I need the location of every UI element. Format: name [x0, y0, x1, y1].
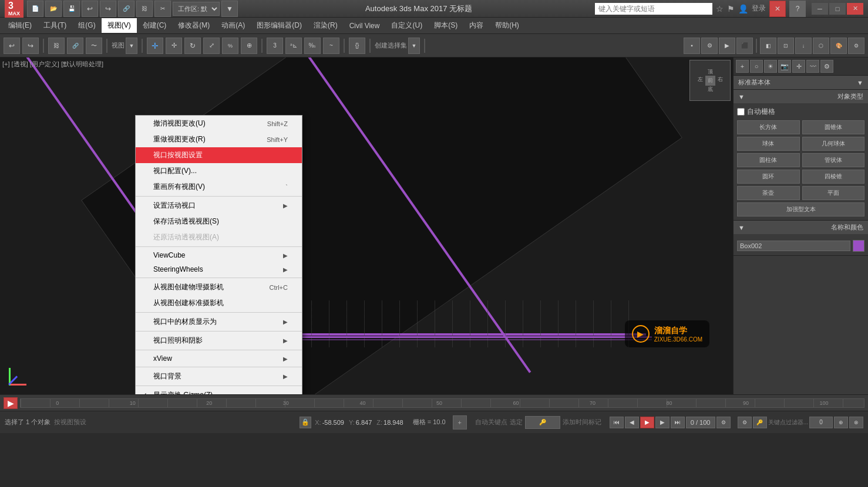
menu-animation[interactable]: 动画(A): [216, 18, 251, 33]
unlink-toolbar-btn[interactable]: 🔗: [67, 38, 83, 54]
obj-cone[interactable]: 圆锥体: [802, 120, 865, 134]
next-frame-btn[interactable]: ▶: [655, 417, 669, 428]
menu-content[interactable]: 内容: [463, 18, 489, 33]
scale2-btn[interactable]: %: [222, 38, 238, 54]
rp-sys-btn[interactable]: ⚙: [820, 60, 833, 73]
info-x-btn[interactable]: ✕: [769, 1, 786, 17]
menu-tools[interactable]: 工具(T): [38, 18, 72, 33]
menu-modifier[interactable]: 修改器(M): [172, 18, 216, 33]
add-key-btn[interactable]: +: [453, 415, 467, 429]
vp-dropdown-btn[interactable]: ▼: [126, 38, 137, 54]
snap2-btn[interactable]: ᵃ⊾: [285, 38, 302, 54]
menu-view[interactable]: 视图(V): [102, 18, 137, 33]
key-filter-label[interactable]: 关键点过滤器...: [768, 418, 808, 427]
search-input[interactable]: [595, 3, 712, 15]
extra5-btn[interactable]: 🎨: [830, 38, 847, 54]
cm-undo-view[interactable]: 撤消视图更改(U) Shift+Z: [136, 116, 302, 131]
cm-mat-display[interactable]: 视口中的材质显示为 ▶: [136, 314, 302, 330]
undo-btn[interactable]: ↩: [82, 1, 98, 17]
select-btn[interactable]: ✛: [147, 38, 163, 54]
cm-set-active[interactable]: 设置活动视口 ▶: [136, 198, 302, 214]
rp-type-header[interactable]: ▼ 对象类型: [734, 90, 868, 103]
rp-helper-btn[interactable]: ✛: [792, 60, 805, 73]
rp-camera-btn[interactable]: 📷: [778, 60, 791, 73]
cm-lighting[interactable]: 视口照明和阴影 ▶: [136, 333, 302, 349]
workspace-settings-btn[interactable]: ▼: [221, 1, 238, 17]
minimize-btn[interactable]: ─: [812, 3, 828, 15]
extra2-btn[interactable]: ⊡: [778, 38, 794, 54]
set-key-btn[interactable]: 🔑: [525, 416, 560, 429]
cm-xview[interactable]: xView ▶: [136, 351, 302, 366]
cm-create-std-cam[interactable]: 从视图创建标准摄影机: [136, 295, 302, 311]
go-end-btn[interactable]: ⏭: [671, 417, 685, 428]
close-btn[interactable]: ✕: [847, 3, 863, 15]
flag-icon[interactable]: ⚑: [727, 4, 735, 13]
rp-base-header[interactable]: 标准基本体 ▼: [734, 76, 868, 89]
obj-enhanced-text[interactable]: 加强型文本: [737, 202, 864, 217]
unlink-btn[interactable]: ⛓: [136, 1, 153, 17]
extra1-btn[interactable]: ◧: [760, 38, 776, 54]
render-active-btn[interactable]: ⬛: [736, 38, 753, 54]
viewcube[interactable]: 顶 左前右 底: [689, 60, 731, 101]
rp-shape-btn[interactable]: ○: [750, 60, 763, 73]
menu-customize[interactable]: 自定义(U): [385, 18, 428, 33]
object-name-input[interactable]: [737, 241, 850, 251]
play-btn[interactable]: ▶: [640, 417, 654, 428]
star-icon[interactable]: ☆: [716, 4, 724, 13]
cm-viewport-cfg2[interactable]: 视口配置(V)...: [136, 163, 302, 179]
auto-grid-checkbox[interactable]: [737, 108, 745, 116]
menu-civil-view[interactable]: Civil View: [344, 19, 386, 32]
scale3-btn[interactable]: ⊕: [241, 38, 257, 54]
rp-light-btn[interactable]: ☀: [764, 60, 777, 73]
extra6-btn[interactable]: ⚙: [848, 38, 864, 54]
redo-btn[interactable]: ↪: [100, 1, 116, 17]
menu-group[interactable]: 组(G): [72, 18, 101, 33]
go-start-btn[interactable]: ⏮: [610, 417, 624, 428]
help-btn[interactable]: ?: [789, 1, 806, 17]
cm-redraw-all[interactable]: 重画所有视图(V) `: [136, 179, 302, 195]
extra4-btn[interactable]: ⬡: [813, 38, 829, 54]
obj-pyramid[interactable]: 四棱锥: [802, 170, 865, 184]
menu-script[interactable]: 脚本(S): [428, 18, 463, 33]
snap-btn[interactable]: 3: [267, 38, 283, 54]
redo-toolbar-btn[interactable]: ↪: [22, 38, 39, 54]
material-editor-btn[interactable]: ▪: [684, 38, 700, 54]
time-config-btn[interactable]: ⚙: [716, 417, 731, 428]
obj-tube[interactable]: 管状体: [802, 153, 865, 167]
rp-extras1[interactable]: ⚙: [738, 417, 752, 428]
extra-ctrl1[interactable]: ⊕: [834, 417, 848, 428]
snap3-btn[interactable]: %ₛ: [304, 38, 321, 54]
bracket-btn[interactable]: {}: [349, 38, 365, 54]
cm-vp-bg[interactable]: 视口背景 ▶: [136, 368, 302, 384]
login-label[interactable]: 登录: [752, 4, 766, 13]
menu-edit[interactable]: 编辑(E): [2, 18, 38, 33]
new-btn[interactable]: 📄: [27, 1, 43, 17]
cm-redo-view[interactable]: 重做视图更改(R) Shift+Y: [136, 131, 302, 147]
cm-viewport-config[interactable]: 视口按视图设置: [136, 147, 302, 163]
prev-frame-btn[interactable]: ◀: [625, 417, 639, 428]
menu-graph-editor[interactable]: 图形编辑器(D): [251, 18, 308, 33]
workspace-dropdown[interactable]: 工作区: 默认: [173, 2, 220, 16]
obj-cylinder[interactable]: 圆柱体: [737, 153, 800, 167]
tool3-btn[interactable]: ✂: [154, 1, 171, 17]
rp-plus-btn[interactable]: +: [736, 60, 749, 73]
obj-teapot[interactable]: 茶壶: [737, 186, 800, 200]
link-btn[interactable]: 🔗: [118, 1, 134, 17]
cm-create-phys-cam[interactable]: 从视图创建物理摄影机 Ctrl+C: [136, 279, 302, 295]
object-color-swatch[interactable]: [853, 240, 864, 252]
undo-toolbar-btn[interactable]: ↩: [4, 38, 20, 54]
link-toolbar-btn[interactable]: ⛓: [48, 38, 65, 54]
obj-geosphere[interactable]: 几何球体: [802, 137, 865, 151]
menu-create[interactable]: 创建(C): [137, 18, 173, 33]
maximize-btn[interactable]: □: [829, 3, 846, 15]
menu-help[interactable]: 帮助(H): [489, 18, 525, 33]
play-anim-btn[interactable]: ▶: [4, 397, 18, 409]
menu-render[interactable]: 渲染(R): [308, 18, 344, 33]
obj-sphere[interactable]: 球体: [737, 137, 800, 151]
open-btn[interactable]: 📂: [45, 1, 62, 17]
rp-extras2[interactable]: 🔑: [753, 417, 767, 428]
user-icon[interactable]: 👤: [738, 4, 748, 13]
obj-box[interactable]: 长方体: [737, 120, 800, 134]
rp-space-warp-btn[interactable]: 〰: [806, 60, 819, 73]
render-btn[interactable]: ▶: [719, 38, 735, 54]
